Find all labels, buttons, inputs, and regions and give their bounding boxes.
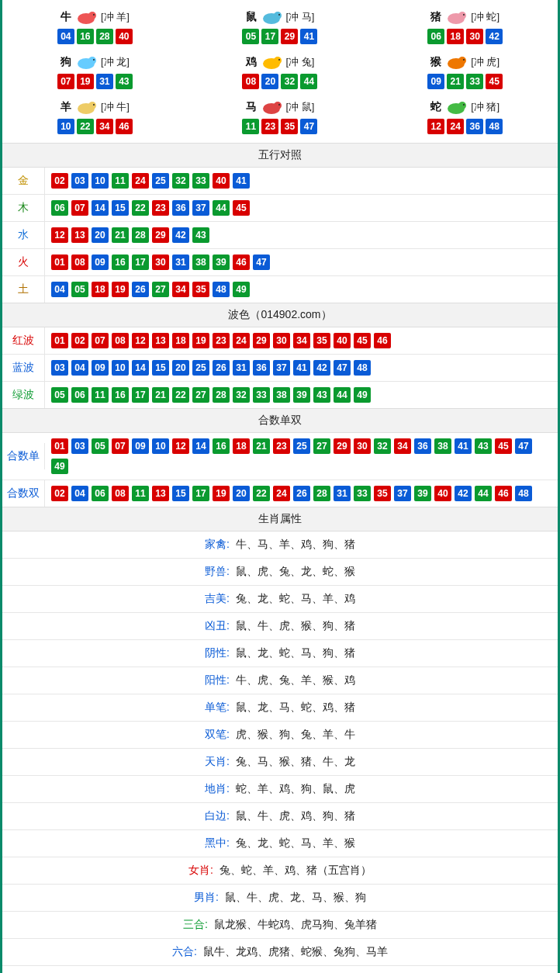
number-ball: 15 [172,486,189,501]
zodiac-name: 牛 [60,10,71,24]
zodiac-head: 羊[冲 牛] [2,99,188,116]
number-ball: 34 [394,438,411,454]
row-balls: 02031011242532334041 [45,168,558,194]
zodiac-balls: 12243648 [372,119,558,134]
attr-key: 地肖: [205,782,230,795]
number-ball: 24 [132,173,149,189]
attr-value: 鼠、虎、兔、龙、蛇、猴 [233,565,355,577]
zodiac-clash: [冲 鼠] [286,100,315,114]
number-ball: 23 [152,200,169,216]
number-ball: 18 [233,438,250,454]
zodiac-name: 蛇 [430,100,441,114]
attr-row: 单笔: 鼠、龙、马、蛇、鸡、猪 [2,694,558,722]
row-label: 合数单 [2,443,45,469]
number-ball: 19 [112,282,129,297]
category-row: 合数单0103050709101214161821232527293032343… [2,433,558,480]
attr-row: 野兽: 鼠、虎、兔、龙、蛇、猴 [2,559,558,586]
zodiac-name: 鸡 [246,55,257,69]
number-ball: 09 [92,360,109,376]
svg-point-7 [458,12,466,19]
svg-point-2 [93,14,95,16]
number-ball: 40 [334,333,351,348]
row-label: 木 [2,195,45,221]
attr-value: 兔、马、猴、猪、牛、龙 [233,755,355,767]
number-ball: 33 [466,74,483,89]
number-ball: 35 [281,119,298,134]
svg-point-4 [274,12,282,19]
number-ball: 20 [172,360,189,376]
zodiac-head: 鸡[冲 兔] [188,54,373,71]
number-ball: 02 [51,486,68,501]
number-ball: 15 [152,360,169,376]
zodiac-name: 狗 [60,55,71,69]
attr-value: 鼠、龙、蛇、马、狗、猪 [233,646,355,659]
number-ball: 10 [57,119,74,134]
number-ball: 14 [192,438,209,454]
number-ball: 40 [213,173,230,189]
number-ball: 44 [475,486,492,501]
attr-key: 野兽: [205,565,230,577]
row-label: 火 [2,249,45,275]
number-ball: 11 [242,119,259,134]
number-ball: 02 [51,173,68,189]
svg-point-20 [93,104,95,106]
number-ball: 41 [455,438,472,454]
attr-key: 天肖: [205,755,230,767]
number-ball: 16 [112,255,129,270]
zodiac-cell: 鼠[冲 马]05172941 [188,4,373,49]
number-ball: 02 [71,333,88,348]
attr-value: 牛、虎、兔、羊、猴、鸡 [233,673,355,686]
row-balls: 04051819262734354849 [45,276,558,303]
number-ball: 29 [334,438,351,454]
svg-point-25 [458,102,466,109]
number-ball: 01 [51,438,68,454]
number-ball: 01 [51,333,68,348]
number-ball: 30 [354,438,371,454]
number-ball: 34 [96,119,113,134]
attr-value: 牛、马、羊、鸡、狗、猪 [233,538,355,550]
attr-value: 鼠、牛、虎、龙、马、猴、狗 [222,891,366,903]
attr-value: 兔、龙、蛇、马、羊、猴 [233,836,355,849]
number-ball: 36 [414,438,431,454]
number-ball: 42 [172,227,189,243]
zodiac-head: 蛇[冲 猪] [372,99,558,116]
row-balls: 0204060811131517192022242628313335373940… [45,480,558,507]
number-ball: 48 [213,282,230,297]
zodiac-clash: [冲 虎] [471,55,500,69]
attr-value: 兔、龙、蛇、马、羊、鸡 [233,592,355,604]
zodiac-balls: 07193143 [2,74,188,89]
number-ball: 17 [261,29,278,44]
number-ball: 05 [71,282,88,297]
number-ball: 46 [116,119,133,134]
number-ball: 33 [354,486,371,501]
number-ball: 19 [192,333,209,348]
bottom-row: 琴:兔蛇鸡 棋:鼠牛狗 书:虎龙马 画:羊猴猪 [2,966,558,973]
attr-key: 黑中: [205,836,230,849]
number-ball: 30 [273,333,290,348]
number-ball: 43 [313,387,330,403]
zodiac-head: 狗[冲 龙] [2,54,188,71]
attr-key: 女肖: [188,864,213,876]
svg-point-19 [88,102,96,109]
number-ball: 29 [152,227,169,243]
number-ball: 42 [313,360,330,376]
number-ball: 29 [253,333,270,348]
category-row: 红波0102070812131819232429303435404546 [2,327,558,355]
attr-row: 男肖: 鼠、牛、虎、龙、马、猴、狗 [2,885,558,912]
category-row: 金02031011242532334041 [2,168,558,195]
zodiac-cell: 牛[冲 羊]04162840 [2,4,188,49]
attr-row: 凶丑: 鼠、牛、虎、猴、狗、猪 [2,613,558,640]
number-ball: 11 [132,486,149,501]
number-ball: 16 [77,29,94,44]
number-ball: 46 [233,255,250,270]
attr-row: 吉美: 兔、龙、蛇、马、羊、鸡 [2,586,558,613]
number-ball: 38 [273,387,290,403]
svg-point-10 [88,57,96,64]
number-ball: 31 [233,360,250,376]
attr-key: 凶丑: [205,619,230,632]
zodiac-head: 鼠[冲 马] [188,9,373,26]
number-ball: 41 [233,173,250,189]
number-ball: 08 [71,255,88,270]
number-ball: 12 [172,438,189,454]
zodiac-clash: [冲 兔] [286,55,315,69]
